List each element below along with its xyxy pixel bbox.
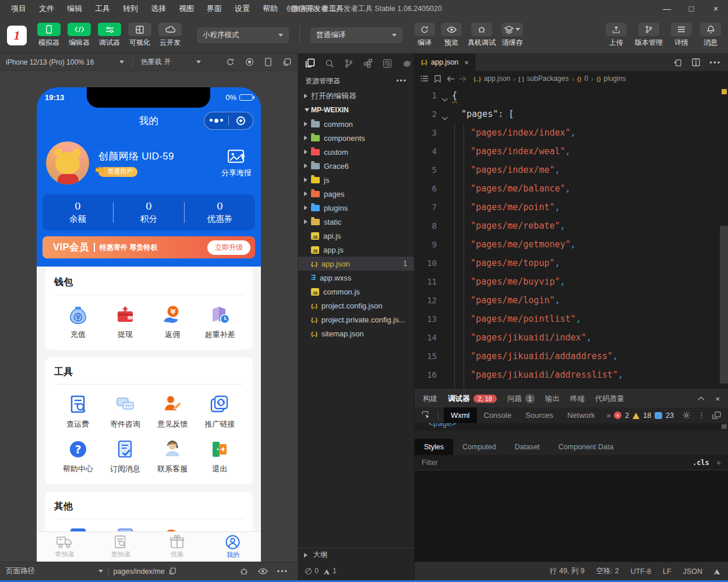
- menu-8[interactable]: 界面: [202, 2, 227, 16]
- kebab-menu-icon[interactable]: ⋮: [698, 411, 705, 420]
- file-project.config.json[interactable]: {..}project.config.json: [298, 299, 414, 313]
- close-panel-icon[interactable]: ×: [715, 395, 720, 403]
- devtools-tab-Wxml[interactable]: Wxml: [444, 407, 477, 423]
- back-icon[interactable]: [447, 76, 455, 82]
- filter-input[interactable]: Filter: [422, 459, 438, 467]
- more-menu-icon[interactable]: [204, 119, 228, 123]
- collapse-icon[interactable]: [698, 396, 705, 403]
- compile-dropdown[interactable]: 普通编译: [310, 27, 402, 43]
- menu-item-返佣[interactable]: ¥返佣: [149, 304, 196, 340]
- debug-tab-终端[interactable]: 终端: [570, 394, 585, 404]
- device-selector[interactable]: iPhone 12/13 (Pro) 100% 16: [6, 58, 94, 66]
- breadcrumb-0[interactable]: {}0: [577, 74, 588, 83]
- exit-miniprogram-icon[interactable]: [229, 116, 253, 125]
- styles-tab-Dataset[interactable]: Dataset: [506, 439, 549, 455]
- maximize-button[interactable]: □: [679, 0, 704, 17]
- more-tabs-icon[interactable]: »: [607, 411, 611, 420]
- file-打开的编辑器[interactable]: 打开的编辑器: [298, 89, 414, 103]
- toolbar-button-模拟器[interactable]: 模拟器: [35, 23, 63, 48]
- folder-custom[interactable]: custom: [298, 145, 414, 159]
- status-segment-2[interactable]: UTF-8: [631, 567, 651, 576]
- vip-banner[interactable]: VIP会员 特惠寄件 尊贵特权 立即升级: [43, 236, 255, 258]
- console-counts[interactable]: ×2 18 23: [614, 411, 674, 420]
- breadcrumb-subPackages[interactable]: [ ]subPackages: [518, 74, 568, 83]
- devtools-tab-Console[interactable]: Console: [477, 407, 519, 423]
- debug-tab-调试器[interactable]: 调试器2, 18: [448, 394, 497, 404]
- breadcrumb-plugins[interactable]: {}plugins: [596, 74, 625, 83]
- menu-3[interactable]: 编辑: [62, 2, 87, 16]
- wxml-tree-partial[interactable]: <page>: [415, 423, 728, 431]
- status-segment-1[interactable]: 空格: 2: [596, 566, 619, 576]
- extensions-icon[interactable]: [363, 59, 373, 68]
- forward-icon[interactable]: [458, 76, 467, 82]
- copy-icon[interactable]: [169, 567, 176, 575]
- menu-1[interactable]: 项目: [6, 2, 31, 16]
- tab-我的[interactable]: 我的: [205, 532, 261, 562]
- folder-Grace6[interactable]: Grace6: [298, 159, 414, 173]
- explorer-more-icon[interactable]: •••: [396, 77, 407, 85]
- stat-余额[interactable]: 0余额: [43, 200, 113, 225]
- file-sitemap.json[interactable]: {..}sitemap.json: [298, 327, 414, 340]
- status-segment-4[interactable]: JSON: [683, 567, 702, 576]
- files-icon[interactable]: [305, 58, 315, 68]
- folder-common[interactable]: common: [298, 117, 414, 131]
- inspect-icon[interactable]: [419, 411, 433, 420]
- debug-tab-代码质量[interactable]: 代码质量: [595, 394, 624, 404]
- file-MP-WEIXIN[interactable]: MP-WEIXIN: [298, 103, 414, 117]
- stat-积分[interactable]: 0积分: [114, 200, 184, 225]
- folder-static[interactable]: static: [298, 215, 414, 229]
- styles-tab-Computed[interactable]: Computed: [453, 439, 506, 455]
- status-segment-0[interactable]: 行 49, 列 9: [550, 566, 585, 576]
- split-editor-icon[interactable]: [692, 58, 700, 66]
- mode-dropdown[interactable]: 小程序模式: [197, 27, 289, 43]
- device-frame-icon[interactable]: [264, 58, 272, 66]
- tab-寄快递[interactable]: 寄快递: [37, 532, 93, 562]
- menu-4[interactable]: 工具: [90, 2, 115, 16]
- menu-item-意见反馈[interactable]: 意见反馈: [149, 394, 196, 430]
- close-tab-icon[interactable]: ×: [464, 58, 469, 67]
- tab-查快递[interactable]: 查快递: [93, 532, 149, 562]
- debug-tab-输出[interactable]: 输出: [545, 394, 560, 404]
- vip-upgrade-button[interactable]: 立即升级: [207, 240, 250, 255]
- multi-window-icon[interactable]: [282, 58, 292, 66]
- file-project.private.config.js...[interactable]: {..}project.private.config.js...: [298, 313, 414, 327]
- share-poster-button[interactable]: 分享海报: [221, 148, 252, 178]
- status-segment-3[interactable]: LF: [663, 567, 672, 576]
- action-上传[interactable]: 上传: [606, 23, 627, 48]
- menu-item-超重补差[interactable]: 超重补差: [196, 304, 243, 340]
- devtools-tab-Network[interactable]: Network: [560, 407, 602, 423]
- menu-9[interactable]: 设置: [229, 2, 255, 16]
- debug-tab-构建[interactable]: 构建: [423, 394, 437, 404]
- more-icon[interactable]: •••: [277, 567, 288, 576]
- capsule-menu[interactable]: [204, 112, 253, 130]
- explorer-problems-bar[interactable]: 0 1: [298, 562, 414, 580]
- hot-reload-toggle[interactable]: 热重载 开: [141, 57, 171, 67]
- file-common.js[interactable]: JScommon.js: [298, 285, 414, 299]
- breadcrumb-app.json[interactable]: {..}app.json: [473, 74, 510, 83]
- menu-item-退出[interactable]: 退出: [196, 439, 243, 474]
- record-icon[interactable]: [245, 58, 254, 66]
- menu-item-帮助中心[interactable]: ?帮助中心: [54, 439, 101, 474]
- outline-list-icon[interactable]: [420, 75, 429, 82]
- teapot-icon[interactable]: [402, 59, 412, 68]
- file-app.json[interactable]: {..}app.json1: [298, 257, 414, 271]
- devtools-tab-Sources[interactable]: Sources: [518, 407, 560, 423]
- vconsole-icon[interactable]: [239, 567, 249, 576]
- menu-11[interactable]: 微信开发者工具: [285, 2, 349, 16]
- undock-icon[interactable]: [712, 411, 721, 419]
- close-button[interactable]: ×: [704, 0, 728, 17]
- restart-icon[interactable]: [226, 58, 235, 66]
- menu-item-寄件咨询[interactable]: 寄件咨询: [101, 394, 149, 430]
- code-area[interactable]: 1{2"pages": [3"pages/index/index",4"page…: [415, 86, 728, 389]
- file-app.js[interactable]: JSapp.js: [298, 243, 414, 257]
- action-真机调试[interactable]: 真机调试: [468, 23, 496, 48]
- action-版本管理[interactable]: 版本管理: [635, 23, 663, 48]
- file-api.js[interactable]: JSapi.js: [298, 229, 414, 243]
- debug-tab-问题[interactable]: 问题1: [507, 394, 535, 404]
- toolbar-button-调试器[interactable]: 调试器: [96, 23, 123, 48]
- menu-10[interactable]: 帮助: [257, 2, 283, 16]
- open-changes-icon[interactable]: [674, 58, 683, 67]
- menu-item-提现[interactable]: 提现: [101, 304, 149, 340]
- menu-item-充值[interactable]: ¥充值: [54, 304, 101, 340]
- outline-section[interactable]: 大纲: [298, 548, 414, 562]
